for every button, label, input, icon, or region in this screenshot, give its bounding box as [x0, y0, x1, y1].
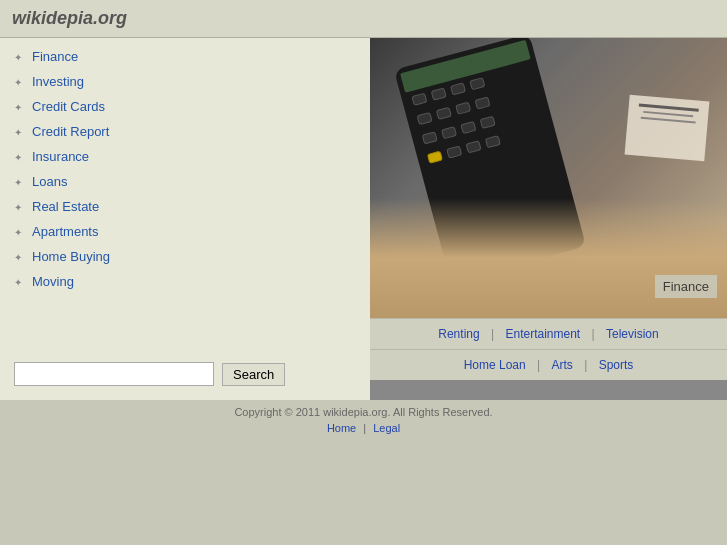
link-row-1: Renting | Entertainment | Television — [370, 318, 727, 349]
check-line — [640, 117, 695, 124]
link-entertainment[interactable]: Entertainment — [505, 327, 580, 341]
footer-separator: | — [363, 422, 366, 434]
sidebar-item-label: Real Estate — [32, 199, 99, 214]
bullet-icon: ✦ — [14, 52, 24, 62]
footer: Copyright © 2011 wikidepia.org. All Righ… — [0, 400, 727, 444]
hand-bg — [370, 198, 727, 318]
calc-btn — [431, 87, 447, 100]
sidebar-item-label: Credit Cards — [32, 99, 105, 114]
bullet-icon: ✦ — [14, 277, 24, 287]
footer-links: Home | Legal — [6, 418, 721, 438]
calc-btn — [466, 140, 482, 153]
calc-btn — [474, 96, 490, 109]
bullet-icon: ✦ — [14, 227, 24, 237]
sidebar-item-insurance[interactable]: ✦Insurance — [0, 144, 370, 169]
calc-btn — [411, 93, 427, 106]
sidebar-item-home-buying[interactable]: ✦Home Buying — [0, 244, 370, 269]
hero-image: Finance — [370, 38, 727, 318]
sidebar-item-label: Apartments — [32, 224, 98, 239]
link-home-loan[interactable]: Home Loan — [464, 358, 526, 372]
separator: | — [537, 358, 540, 372]
sidebar-item-label: Loans — [32, 174, 67, 189]
link-row-2: Home Loan | Arts | Sports — [370, 349, 727, 380]
separator: | — [491, 327, 494, 341]
calc-btn — [417, 112, 433, 125]
check-line — [643, 111, 693, 117]
main-layout: ✦Finance✦Investing✦Credit Cards✦Credit R… — [0, 38, 727, 400]
sidebar-nav: ✦Finance✦Investing✦Credit Cards✦Credit R… — [0, 38, 370, 348]
right-panel: Finance Renting | Entertainment | Televi… — [370, 38, 727, 400]
site-header: wikidepia.org — [0, 0, 727, 38]
calc-btn — [422, 131, 438, 144]
calc-btn — [455, 102, 471, 115]
separator: | — [592, 327, 595, 341]
bullet-icon: ✦ — [14, 102, 24, 112]
sidebar-item-label: Investing — [32, 74, 84, 89]
search-area: Search — [0, 348, 370, 400]
separator: | — [584, 358, 587, 372]
search-button[interactable]: Search — [222, 363, 285, 386]
sidebar-item-credit-report[interactable]: ✦Credit Report — [0, 119, 370, 144]
sidebar-item-finance[interactable]: ✦Finance — [0, 44, 370, 69]
bullet-icon: ✦ — [14, 252, 24, 262]
calc-btn-special — [427, 151, 443, 164]
sidebar-item-real-estate[interactable]: ✦Real Estate — [0, 194, 370, 219]
link-renting[interactable]: Renting — [438, 327, 479, 341]
calc-btn — [469, 77, 485, 90]
bullet-icon: ✦ — [14, 202, 24, 212]
sidebar-item-label: Moving — [32, 274, 74, 289]
bullet-icon: ✦ — [14, 152, 24, 162]
search-input[interactable] — [14, 362, 214, 386]
calc-screen — [400, 40, 531, 93]
bullet-icon: ✦ — [14, 127, 24, 137]
sidebar-item-credit-cards[interactable]: ✦Credit Cards — [0, 94, 370, 119]
sidebar-item-apartments[interactable]: ✦Apartments — [0, 219, 370, 244]
footer-link-legal[interactable]: Legal — [373, 422, 400, 434]
sidebar-item-moving[interactable]: ✦Moving — [0, 269, 370, 294]
calc-btn — [450, 82, 466, 95]
sidebar-item-label: Finance — [32, 49, 78, 64]
calc-btn — [446, 145, 462, 158]
bullet-icon: ✦ — [14, 77, 24, 87]
finance-badge: Finance — [655, 275, 717, 298]
sidebar-item-label: Home Buying — [32, 249, 110, 264]
bottom-links: Renting | Entertainment | Television Hom… — [370, 318, 727, 380]
check-shape — [625, 95, 710, 162]
link-television[interactable]: Television — [606, 327, 659, 341]
link-sports[interactable]: Sports — [599, 358, 634, 372]
bullet-icon: ✦ — [14, 177, 24, 187]
sidebar-item-investing[interactable]: ✦Investing — [0, 69, 370, 94]
link-arts[interactable]: Arts — [552, 358, 573, 372]
copyright-text: Copyright © 2011 wikidepia.org. All Righ… — [6, 406, 721, 418]
calc-btn — [441, 126, 457, 139]
calc-btn — [485, 135, 501, 148]
calc-btn — [436, 107, 452, 120]
calc-btn — [460, 121, 476, 134]
sidebar-item-label: Credit Report — [32, 124, 109, 139]
footer-link-home[interactable]: Home — [327, 422, 356, 434]
left-column: ✦Finance✦Investing✦Credit Cards✦Credit R… — [0, 38, 370, 400]
calc-btn — [480, 116, 496, 129]
sidebar-item-label: Insurance — [32, 149, 89, 164]
sidebar-item-loans[interactable]: ✦Loans — [0, 169, 370, 194]
site-title: wikidepia.org — [12, 8, 127, 28]
